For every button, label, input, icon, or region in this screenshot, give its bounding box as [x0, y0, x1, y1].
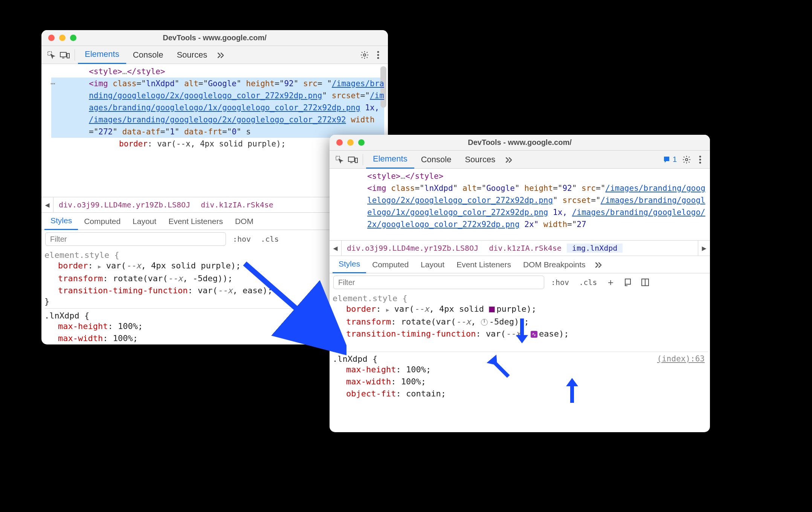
close-icon[interactable]	[48, 35, 55, 41]
titlebar[interactable]: DevTools - www.google.com/	[330, 135, 710, 151]
subtab-dom-bp[interactable]: DOM Breakpoints	[517, 256, 592, 273]
svg-point-10	[685, 158, 688, 161]
tab-elements[interactable]: Elements	[78, 46, 126, 64]
styles-subtabs: Styles Computed Layout Event Listeners D…	[330, 256, 710, 273]
inspect-icon[interactable]	[44, 48, 58, 62]
device-icon[interactable]	[58, 48, 72, 62]
subtab-event-listeners[interactable]: Event Listeners	[162, 213, 229, 230]
gear-icon[interactable]	[358, 48, 371, 62]
close-brace: }	[333, 340, 708, 349]
subtab-layout[interactable]: Layout	[127, 213, 162, 230]
issues-badge[interactable]: 1	[660, 155, 680, 164]
subtab-dom[interactable]: DOM	[229, 213, 259, 230]
dom-line[interactable]: <img class="lnXdpd" alt="Google" height=…	[337, 182, 706, 230]
selector-2[interactable]: (index):63 .lnXdpd {	[333, 354, 708, 364]
svg-rect-2	[67, 53, 69, 58]
crumb-scroll-left[interactable]: ◀	[41, 197, 53, 212]
declaration-transform[interactable]: transform: rotate(var(--x, -5deg));	[333, 316, 708, 328]
crumb-selected[interactable]: img.lnXdpd	[567, 244, 623, 253]
cls-button[interactable]: .cls	[258, 235, 282, 244]
inspect-icon[interactable]	[333, 153, 346, 166]
gear-icon[interactable]	[680, 153, 693, 166]
minimize-icon[interactable]	[59, 35, 66, 41]
styles-pane[interactable]: element.style { border: ▶ var(--x, 4px s…	[330, 291, 710, 400]
kebab-icon[interactable]	[693, 153, 707, 166]
dom-line[interactable]: <style>…</style>	[51, 66, 384, 78]
subtab-styles[interactable]: Styles	[333, 256, 366, 273]
subtab-event-listeners[interactable]: Event Listeners	[450, 256, 517, 273]
maximize-icon[interactable]	[70, 35, 76, 41]
panel-tabs: Elements Console Sources	[78, 46, 214, 64]
kebab-icon[interactable]	[371, 48, 385, 62]
svg-rect-8	[348, 157, 354, 162]
svg-rect-14	[625, 279, 630, 284]
tab-sources[interactable]: Sources	[170, 46, 214, 64]
subtab-computed[interactable]: Computed	[78, 213, 127, 230]
crumb-scroll-left[interactable]: ◀	[330, 241, 342, 256]
crumb-scroll-right[interactable]: ▶	[698, 241, 710, 256]
filter-input[interactable]	[45, 232, 226, 246]
subtab-styles[interactable]: Styles	[44, 213, 78, 230]
svg-point-5	[377, 54, 379, 56]
declaration-border[interactable]: border: ▶ var(--x, 4px solid purple);	[333, 303, 708, 316]
selector[interactable]: element.style {	[333, 294, 708, 303]
crumb[interactable]: div.k1zIA.rSk4se	[484, 244, 567, 253]
declaration-object-fit[interactable]: object-fit: contain;	[333, 388, 708, 400]
declaration-max-height[interactable]: max-height: 100%;	[333, 364, 708, 376]
declaration-ttf[interactable]: transition-timing-function: var(--x, ∿ea…	[333, 328, 708, 340]
device-icon[interactable]	[346, 153, 360, 166]
window-title: DevTools - www.google.com/	[163, 34, 267, 42]
svg-point-11	[699, 155, 701, 157]
panel-tabs: Elements Console Sources	[366, 151, 502, 169]
svg-point-6	[377, 57, 379, 59]
svg-rect-1	[60, 52, 66, 57]
breadcrumb: ◀ div.o3j99.LLD4me.yr19Zb.LS8OJ div.k1zI…	[330, 240, 710, 256]
source-location[interactable]: (index):63	[657, 354, 705, 363]
minimize-icon[interactable]	[347, 139, 354, 146]
svg-point-4	[377, 51, 379, 53]
crumb[interactable]: div.k1zIA.rSk4se	[195, 200, 279, 209]
subtab-layout[interactable]: Layout	[415, 256, 450, 273]
svg-point-13	[699, 162, 701, 163]
new-style-rule-icon[interactable]: +	[604, 276, 617, 289]
dom-tree[interactable]: <style>…</style> <img class="lnXdpd" alt…	[330, 169, 710, 240]
more-tabs-icon[interactable]	[502, 153, 516, 166]
ellipsis-icon[interactable]: ⋯	[50, 78, 56, 90]
more-tabs-icon[interactable]	[214, 48, 227, 62]
color-swatch-icon[interactable]	[489, 306, 495, 312]
tab-console[interactable]: Console	[126, 46, 170, 64]
cls-button[interactable]: .cls	[576, 278, 600, 287]
hov-button[interactable]: :hov	[230, 235, 254, 244]
subtab-computed[interactable]: Computed	[366, 256, 415, 273]
computed-toggle-icon[interactable]	[638, 276, 652, 289]
main-toolbar: Elements Console Sources	[41, 46, 388, 64]
svg-rect-9	[355, 158, 357, 163]
window-title: DevTools - www.google.com/	[468, 138, 572, 147]
main-toolbar: Elements Console Sources 1	[330, 151, 710, 169]
tab-elements[interactable]: Elements	[366, 151, 414, 169]
svg-point-3	[363, 54, 366, 56]
maximize-icon[interactable]	[358, 139, 365, 146]
dom-line-selected[interactable]: ⋯ <img class="lnXdpd" alt="Google" heigh…	[51, 78, 384, 138]
crumb[interactable]: div.o3j99.LLD4me.yr19Zb.LS8OJ	[342, 244, 484, 253]
filter-row: :hov .cls +	[330, 273, 710, 291]
copy-styles-icon[interactable]	[621, 276, 635, 289]
bezier-swatch-icon[interactable]: ∿	[531, 331, 537, 338]
svg-point-12	[699, 158, 701, 160]
devtools-window-right: DevTools - www.google.com/ Elements Cons…	[330, 135, 710, 432]
filter-input[interactable]	[333, 276, 544, 289]
tab-sources[interactable]: Sources	[458, 151, 502, 169]
more-subtabs-icon[interactable]	[592, 258, 605, 271]
hov-button[interactable]: :hov	[548, 278, 572, 287]
close-icon[interactable]	[336, 139, 343, 146]
declaration-max-width[interactable]: max-width: 100%;	[333, 376, 708, 388]
crumb[interactable]: div.o3j99.LLD4me.yr19Zb.LS8OJ	[53, 200, 195, 209]
dom-line[interactable]: <style>…</style>	[337, 170, 706, 182]
angle-swatch-icon[interactable]	[481, 319, 488, 326]
tab-console[interactable]: Console	[414, 151, 458, 169]
titlebar[interactable]: DevTools - www.google.com/	[41, 30, 388, 46]
